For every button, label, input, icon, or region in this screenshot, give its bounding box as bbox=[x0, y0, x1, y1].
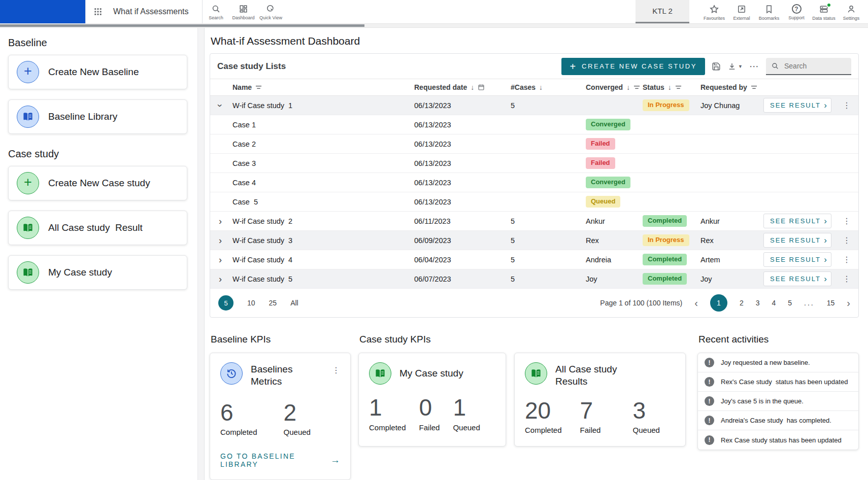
sort-descending-icon[interactable]: ↓ bbox=[668, 83, 672, 91]
nav-label: Data status bbox=[812, 16, 836, 21]
sidebar-item-all-case-study-result[interactable]: All Case study Result bbox=[8, 211, 187, 245]
page-5[interactable]: 5 bbox=[788, 299, 792, 307]
nav-data-status[interactable]: Data status bbox=[810, 0, 838, 23]
page-15[interactable]: 15 bbox=[827, 299, 835, 307]
table-row[interactable]: › W-if Case study 4 06/04/2023 5 Andreia… bbox=[210, 250, 858, 269]
see-result-button[interactable]: SEE RESULT› bbox=[763, 233, 831, 248]
requested-by: Rex bbox=[700, 236, 763, 245]
nav-settings[interactable]: Settings bbox=[838, 0, 865, 23]
nav-bookmarks[interactable]: Boomarks bbox=[755, 0, 783, 23]
chevron-right-icon[interactable]: › bbox=[219, 275, 222, 284]
status-dot bbox=[826, 3, 831, 8]
chevron-right-icon[interactable]: › bbox=[219, 236, 222, 245]
previous-page-icon[interactable]: ‹ bbox=[694, 298, 698, 308]
kpi-card-title: My Case study bbox=[399, 362, 463, 380]
more-options-icon[interactable]: ⋯ bbox=[749, 61, 759, 71]
activity-item[interactable]: ! Rex Case study status has been updated bbox=[698, 430, 858, 450]
table-row[interactable]: › W-if Case study 2 06/11/2023 5 Ankur C… bbox=[210, 212, 858, 231]
filter-icon[interactable] bbox=[675, 85, 682, 90]
case-row[interactable]: Case 2 06/13/2023 Failed bbox=[210, 134, 858, 154]
activity-item[interactable]: ! Joy's case 5 is in the queue. bbox=[698, 392, 858, 411]
case-row[interactable]: Case 5 06/13/2023 Queued bbox=[210, 192, 858, 212]
search-icon bbox=[211, 4, 221, 14]
pagination-summary: Page 1 of 100 (100 Items) bbox=[600, 299, 682, 307]
page-1[interactable]: 1 bbox=[710, 294, 727, 312]
sidebar-item-baseline-library[interactable]: Baseline Library bbox=[8, 99, 187, 134]
filter-icon[interactable] bbox=[633, 85, 640, 90]
activity-item[interactable]: ! Rex's Case study status has been updat… bbox=[698, 372, 858, 392]
chevron-right-icon[interactable]: › bbox=[219, 255, 222, 264]
case-name: Case 1 bbox=[232, 121, 414, 129]
column-header-name[interactable]: Name bbox=[232, 83, 414, 91]
nav-support[interactable]: ? Support bbox=[783, 0, 810, 23]
sidebar-item-create-new-baseline[interactable]: + Create New Baseline bbox=[8, 55, 187, 89]
sidebar-item-my-case-study[interactable]: My Case study bbox=[8, 255, 187, 290]
table-row[interactable]: › W-if Case study 1 06/13/2023 5 In Prog… bbox=[210, 96, 858, 115]
filter-icon[interactable] bbox=[255, 85, 262, 90]
nav-search[interactable]: Search bbox=[203, 0, 230, 23]
sidebar-item-create-new-case-study[interactable]: + Create New Case study bbox=[8, 166, 187, 200]
filter-icon[interactable] bbox=[751, 85, 757, 90]
column-header-requested-by[interactable]: Requested by bbox=[700, 83, 763, 91]
horizontal-scrollbar-thumb[interactable] bbox=[0, 24, 364, 27]
column-header-converged[interactable]: Converged ↓ bbox=[586, 83, 643, 91]
search-input[interactable] bbox=[783, 61, 846, 71]
next-page-icon[interactable]: › bbox=[847, 298, 850, 308]
table-row[interactable]: › W-if Case study 5 06/07/2023 5 Joy Com… bbox=[210, 269, 858, 289]
create-new-case-study-button[interactable]: + CREATE NEW CASE STUDY bbox=[561, 58, 705, 75]
plus-icon: + bbox=[17, 61, 39, 83]
vertical-scrollbar[interactable] bbox=[197, 28, 205, 480]
go-to-baseline-library-link[interactable]: GO TO BASELINE LIBRARY → bbox=[220, 452, 340, 468]
column-header-requested-date[interactable]: Requested date ↓ bbox=[414, 83, 511, 91]
horizontal-scrollbar[interactable] bbox=[0, 23, 868, 28]
row-menu-icon[interactable]: ⋮ bbox=[840, 216, 854, 226]
requested-date: 06/13/2023 bbox=[414, 198, 511, 206]
card-menu-icon[interactable]: ⋮ bbox=[332, 362, 340, 375]
see-result-button[interactable]: SEE RESULT› bbox=[763, 214, 831, 228]
case-name: Case 4 bbox=[232, 179, 414, 187]
page-2[interactable]: 2 bbox=[740, 299, 744, 307]
nav-favourites[interactable]: Favourites bbox=[700, 0, 728, 23]
page-size-25[interactable]: 25 bbox=[269, 299, 277, 307]
see-result-button[interactable]: SEE RESULT› bbox=[763, 98, 831, 113]
page-size-5[interactable]: 5 bbox=[218, 295, 233, 311]
alert-icon: ! bbox=[705, 358, 714, 367]
page-4[interactable]: 4 bbox=[772, 299, 776, 307]
row-menu-icon[interactable]: ⋮ bbox=[840, 255, 854, 264]
activity-item[interactable]: ! Andreia's Case study has completed. bbox=[698, 411, 858, 430]
column-header-cases[interactable]: #Cases ↓ bbox=[511, 83, 586, 91]
metric-queued: 3 Queued bbox=[633, 398, 660, 435]
apps-grid-icon[interactable] bbox=[86, 0, 110, 23]
activity-item[interactable]: ! Joy requested a new baseline. bbox=[698, 353, 858, 372]
case-row[interactable]: Case 4 06/13/2023 Converged bbox=[210, 173, 858, 192]
top-right-nav: Favourites External Boomarks ? Support D… bbox=[700, 0, 868, 23]
nav-dashboard[interactable]: Dashboard bbox=[230, 0, 257, 23]
page-size-all[interactable]: All bbox=[290, 299, 298, 307]
row-menu-icon[interactable]: ⋮ bbox=[840, 274, 854, 284]
save-icon[interactable] bbox=[712, 62, 721, 71]
brand-logo bbox=[0, 0, 85, 23]
column-header-status[interactable]: Status ↓ bbox=[643, 83, 700, 91]
tenant-tab[interactable]: KTL 2 bbox=[636, 0, 689, 23]
table-search[interactable] bbox=[766, 58, 851, 75]
page-3[interactable]: 3 bbox=[756, 299, 760, 307]
nav-external[interactable]: External bbox=[728, 0, 755, 23]
table-header-row: Name Requested date ↓ #Cases ↓ Converged… bbox=[210, 79, 858, 96]
case-row[interactable]: Case 1 06/13/2023 Converged bbox=[210, 115, 858, 134]
row-menu-icon[interactable]: ⋮ bbox=[840, 235, 854, 245]
row-menu-icon[interactable]: ⋮ bbox=[840, 100, 854, 110]
see-result-button[interactable]: SEE RESULT› bbox=[763, 252, 831, 267]
page-size-10[interactable]: 10 bbox=[247, 299, 255, 307]
sort-descending-icon[interactable]: ↓ bbox=[471, 83, 474, 91]
sort-descending-icon[interactable]: ↓ bbox=[626, 83, 630, 91]
chevron-down-icon[interactable]: › bbox=[216, 104, 225, 107]
sort-descending-icon[interactable]: ↓ bbox=[539, 83, 543, 91]
see-result-button[interactable]: SEE RESULT› bbox=[763, 271, 831, 286]
table-row[interactable]: › W-if Case study 3 06/09/2023 5 Rex In … bbox=[210, 231, 858, 250]
calendar-icon[interactable] bbox=[478, 84, 485, 91]
chevron-right-icon[interactable]: › bbox=[219, 217, 222, 226]
case-row[interactable]: Case 3 06/13/2023 Failed bbox=[210, 154, 858, 173]
metric-completed: 20 Completed bbox=[525, 398, 562, 435]
nav-quick-view[interactable]: Quick View bbox=[257, 0, 285, 23]
download-icon[interactable]: ▼ bbox=[727, 62, 743, 71]
